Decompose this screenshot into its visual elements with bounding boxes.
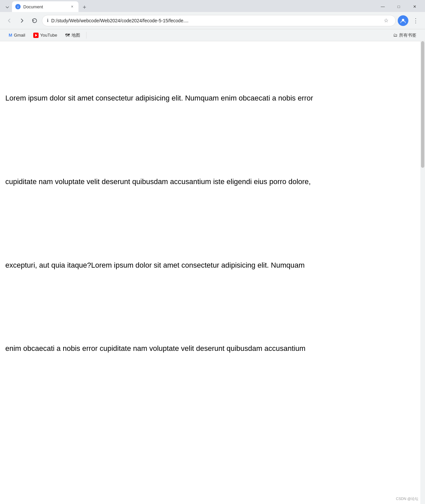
minimize-button[interactable]: — — [375, 1, 390, 12]
window-controls: — □ ✕ — [375, 1, 422, 12]
refresh-button[interactable] — [29, 15, 40, 26]
maps-icon: 🗺 — [65, 33, 70, 38]
youtube-label: YouTube — [40, 33, 57, 38]
tab-title: Document — [23, 4, 67, 9]
page-content: Lorem ipsum dolor sit amet consectetur a… — [0, 41, 425, 504]
bookmarks-bar: M Gmail YouTube 🗺 地图 🗂 所有书签 — [0, 29, 425, 41]
tab-close-button[interactable]: × — [69, 4, 75, 10]
url-text: D:/study/Web/webcode/Web2024/code2024/fe… — [51, 18, 379, 23]
text-block-3: excepturi, aut quia itaque?Lorem ipsum d… — [5, 260, 413, 271]
address-bar-row: ℹ D:/study/Web/webcode/Web2024/code2024/… — [0, 12, 425, 29]
close-button[interactable]: ✕ — [407, 1, 422, 12]
content-area: Lorem ipsum dolor sit amet consectetur a… — [5, 93, 420, 354]
active-tab[interactable]: i Document × — [12, 1, 78, 12]
text-block-1: Lorem ipsum dolor sit amet consectetur a… — [5, 93, 413, 104]
tab-favicon: i — [15, 4, 21, 9]
maps-label: 地图 — [71, 32, 80, 38]
new-tab-button[interactable]: + — [80, 3, 89, 12]
forward-button[interactable] — [17, 15, 27, 26]
tab-bar: i Document × + — □ ✕ — [0, 0, 425, 12]
text-paragraph-1: Lorem ipsum dolor sit amet consectetur a… — [5, 93, 413, 104]
bookmarks-bar-right: 🗂 所有书签 — [390, 31, 420, 40]
bookmark-star-button[interactable]: ☆ — [381, 16, 391, 25]
profile-button[interactable] — [398, 15, 408, 26]
bookmark-maps[interactable]: 🗺 地图 — [62, 31, 83, 40]
text-block-4: enim obcaecati a nobis error cupiditate … — [5, 344, 413, 354]
bookmarks-divider — [86, 32, 86, 39]
info-icon: ℹ — [47, 18, 49, 23]
text-paragraph-3: excepturi, aut quia itaque?Lorem ipsum d… — [5, 260, 413, 271]
browser-window: i Document × + — □ ✕ — [0, 0, 425, 504]
tab-group-arrow[interactable] — [3, 3, 12, 12]
svg-text:i: i — [18, 5, 19, 9]
all-bookmarks-button[interactable]: 🗂 所有书签 — [390, 31, 420, 40]
address-bar[interactable]: ℹ D:/study/Web/webcode/Web2024/code2024/… — [42, 15, 396, 26]
back-button[interactable] — [4, 15, 15, 26]
text-paragraph-4: enim obcaecati a nobis error cupiditate … — [5, 344, 413, 354]
gmail-label: Gmail — [14, 33, 25, 38]
scrollbar-track[interactable] — [420, 41, 425, 504]
youtube-icon — [33, 33, 39, 38]
bookmark-gmail[interactable]: M Gmail — [5, 31, 29, 39]
gmail-icon: M — [9, 33, 12, 38]
csdn-watermark: CSDN @论坛 — [396, 496, 418, 501]
chrome-menu-button[interactable]: ⋮ — [410, 15, 421, 26]
bookmark-youtube[interactable]: YouTube — [30, 31, 61, 39]
scrollbar-thumb[interactable] — [421, 41, 424, 168]
text-paragraph-2: cupiditate nam voluptate velit deserunt … — [5, 177, 413, 187]
all-bookmarks-label: 所有书签 — [399, 32, 416, 38]
folder-icon: 🗂 — [393, 33, 397, 38]
maximize-button[interactable]: □ — [391, 1, 406, 12]
text-block-2: cupiditate nam voluptate velit deserunt … — [5, 177, 413, 187]
